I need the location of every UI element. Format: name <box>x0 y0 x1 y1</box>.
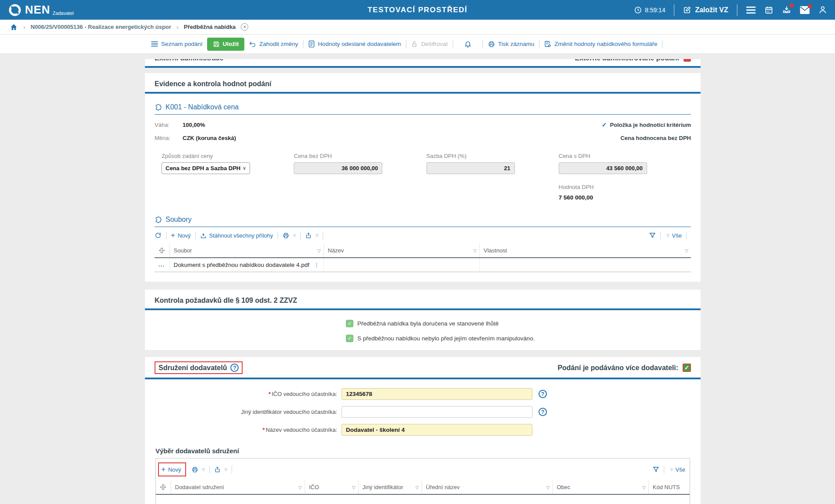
check-icon: ✓ <box>684 364 689 371</box>
filter-caret-icon[interactable]: ▽ <box>352 485 356 490</box>
print-record-button[interactable]: Tisk záznamu <box>488 41 535 48</box>
files-col-soubor[interactable]: Soubor▽ <box>169 244 324 258</box>
filter-button[interactable] <box>649 232 656 239</box>
nen-logo[interactable]: NEN Zadavatel <box>8 3 74 17</box>
check-icon: ✓ <box>348 336 352 341</box>
zpusob-value: Cena bez DPH a Sazba DPH <box>166 165 240 172</box>
nazev-label: *Název vedoucího účastníka: <box>145 427 342 433</box>
files-col-nazev[interactable]: Název▽ <box>324 244 479 258</box>
calendar-button[interactable] <box>765 6 773 14</box>
help-icon[interactable]: ? <box>539 390 547 398</box>
download-all-button[interactable]: Stáhnout všechny přílohy <box>200 232 273 239</box>
breadcrumb: › N006/25/V00005136 - Realizace energeti… <box>0 20 835 35</box>
form-gear-icon <box>544 40 551 48</box>
breadcrumb-procurement[interactable]: N006/25/V00005136 - Realizace energetick… <box>31 24 171 30</box>
filter-caret-icon[interactable]: ▽ <box>642 485 646 490</box>
k001-header[interactable]: K001 - Nabídková cena <box>155 103 691 114</box>
suppliers-col-nuts[interactable]: Kód NUTS <box>648 480 690 494</box>
caret-icon: ▽ <box>202 468 205 472</box>
export-button[interactable]: ▽ <box>305 232 318 239</box>
suppliers-col-dodavatel[interactable]: Dodavatel sdružení▽ <box>171 480 305 494</box>
messages-button[interactable] <box>800 6 810 14</box>
caret-icon: ▽ <box>293 234 296 238</box>
export-button[interactable]: ▽ <box>214 466 227 473</box>
external-admin-title: Externí administrace <box>155 59 223 62</box>
external-admin-red-checkbox[interactable] <box>684 59 691 62</box>
hamburger-icon <box>746 6 756 14</box>
clock-icon <box>634 6 642 14</box>
help-icon[interactable]: ? <box>539 408 547 416</box>
cena-bez-input[interactable] <box>294 162 382 174</box>
nen-logo-icon <box>8 3 22 17</box>
ico-input[interactable] <box>342 388 532 400</box>
section-rule <box>145 308 701 310</box>
row-options-icon[interactable]: ••• <box>159 264 165 268</box>
divider <box>737 4 737 16</box>
filter-caret-icon[interactable]: ▽ <box>416 485 419 490</box>
help-icon[interactable]: ? <box>230 364 239 372</box>
divider <box>686 232 687 239</box>
soubory-header[interactable]: Soubory <box>155 216 691 227</box>
files-col-vlastnost[interactable]: Vlastnost▽ <box>479 244 691 258</box>
kebab-menu-icon[interactable]: ⋮ <box>314 262 320 268</box>
divider <box>195 232 196 239</box>
cena-s-input[interactable] <box>559 162 647 174</box>
undo-icon <box>249 41 256 47</box>
column-config-button[interactable] <box>156 480 171 494</box>
column-config-button[interactable] <box>155 244 169 258</box>
filter-caret-icon[interactable]: ▽ <box>546 485 550 490</box>
file-name[interactable]: Dokument s předběžnou nabídkou dodavatel… <box>174 262 310 268</box>
view-all-button[interactable]: ▽ Vše <box>669 466 685 473</box>
print-list-button[interactable]: ▽ <box>191 466 205 473</box>
zpusob-select[interactable]: Cena bez DPH a Sazba DPH ∨ <box>162 162 250 174</box>
jiny-input[interactable] <box>342 406 532 418</box>
evidence-section: Evidence a kontrola hodnot podání K001 -… <box>145 73 701 282</box>
user-button[interactable] <box>818 5 827 14</box>
supplier-values-button[interactable]: Hodnoty odeslané dodavatelem <box>308 40 401 48</box>
close-tab-icon[interactable]: ✕ <box>241 23 248 31</box>
file-row[interactable]: ••• Dokument s předběžnou nabídkou dodav… <box>155 258 691 272</box>
print-list-button[interactable]: ▽ <box>282 232 296 239</box>
caret-icon: ▽ <box>316 234 318 238</box>
suppliers-col-ico[interactable]: IČO▽ <box>305 480 358 494</box>
new-file-button[interactable]: + Nový <box>171 231 191 240</box>
caret-icon: ▽ <box>670 468 673 472</box>
nazev-input[interactable] <box>342 424 532 436</box>
suppliers-col-jiny[interactable]: Jiný identifikátor▽ <box>358 480 422 494</box>
zpusob-label: Způsob zadání ceny <box>162 153 294 159</box>
sazba-input[interactable] <box>426 162 515 174</box>
suppliers-toolbar: + Nový ▽ ▽ <box>156 458 690 480</box>
filter-caret-icon[interactable]: ▽ <box>317 248 321 253</box>
save-button[interactable]: Uložit <box>207 38 245 51</box>
new-supplier-button[interactable]: + Nový <box>158 462 186 476</box>
required-asterisk: * <box>263 427 265 433</box>
decrypt-label: Dešifrovat <box>421 41 448 47</box>
filter-caret-icon[interactable]: ▽ <box>299 485 302 490</box>
save-label: Uložit <box>223 41 239 47</box>
view-all-button[interactable]: ▽ Vše <box>665 232 682 239</box>
not-manipulated-checkbox[interactable]: ✓ <box>346 335 353 342</box>
multi-supplier-checkbox[interactable]: ✓ <box>683 364 691 372</box>
k001-title: K001 - Nabídková cena <box>166 103 239 111</box>
seznam-podani-button[interactable]: Seznam podání <box>151 41 203 47</box>
change-form-values-button[interactable]: Změnit hodnoty nabídkového formuláře <box>544 40 657 48</box>
create-vz-button[interactable]: Založit VZ <box>683 6 728 14</box>
menu-button[interactable] <box>746 6 756 14</box>
notifications-button[interactable] <box>458 40 478 48</box>
decrypt-button[interactable]: Dešifrovat <box>411 41 448 48</box>
filter-caret-icon[interactable]: ▽ <box>685 248 688 253</box>
filter-button[interactable] <box>652 466 659 473</box>
home-icon[interactable] <box>10 23 18 31</box>
session-time: 8:59:14 <box>645 7 666 14</box>
discard-changes-button[interactable]: Zahodit změny <box>249 41 298 47</box>
cena-bez-label: Cena bez DPH <box>294 153 426 159</box>
refresh-button[interactable] <box>155 232 162 239</box>
filter-caret-icon[interactable]: ▽ <box>473 248 477 253</box>
delivered-checkbox[interactable]: ✓ <box>346 320 353 327</box>
inbox-button[interactable] <box>782 5 791 14</box>
suppliers-col-obec[interactable]: Obec▽ <box>553 480 648 494</box>
soubory-title: Soubory <box>166 216 192 224</box>
user-icon <box>818 5 827 14</box>
inbox-badge <box>789 4 793 7</box>
suppliers-col-uredni[interactable]: Úřední název▽ <box>422 480 553 494</box>
